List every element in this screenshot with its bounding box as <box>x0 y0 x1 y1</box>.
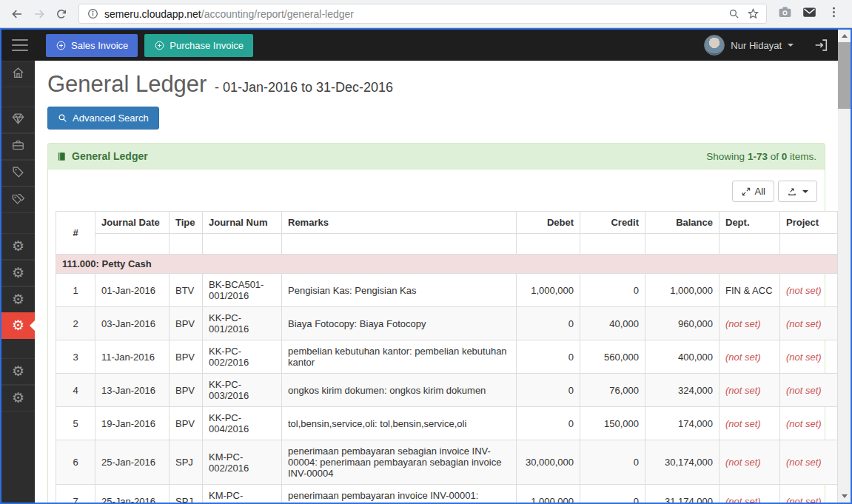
bookmark-star-icon[interactable] <box>745 7 760 21</box>
cell: 19-Jan-2016 <box>95 407 170 440</box>
page-info-icon[interactable] <box>85 7 100 21</box>
back-icon[interactable] <box>7 4 27 24</box>
refresh-icon[interactable] <box>52 4 71 24</box>
tag-icon <box>11 165 25 182</box>
filter-cell[interactable] <box>203 234 282 255</box>
purchase-invoice-button[interactable]: Purchase Invoice <box>144 34 253 57</box>
scroll-up-icon[interactable] <box>838 30 851 42</box>
cell: 2 <box>56 307 95 340</box>
column-header-journal-num[interactable]: Journal Num <box>203 212 282 234</box>
cell: KK-PC-003/2016 <box>203 374 282 407</box>
column-header-journal-date[interactable]: Journal Date <box>95 212 170 234</box>
table-row: 311-Jan-2016BPVKK-PC-002/2016pembelian k… <box>56 340 838 374</box>
logout-icon[interactable] <box>813 37 829 53</box>
table-row: 203-Jan-2016BPVKK-PC-001/2016Biaya Fotoc… <box>56 307 838 340</box>
cell: 1 <box>56 274 95 307</box>
app-window: Sales Invoice Purchase Invoice Nur Hiday… <box>0 28 852 504</box>
cell: penerimaan pembayaran sebagian invoice I… <box>282 440 517 485</box>
menu-dots-icon[interactable] <box>826 4 842 23</box>
page-title: General Ledger <box>47 71 207 97</box>
cell: SPJ <box>170 485 203 503</box>
chevron-down-icon <box>802 190 808 193</box>
url-text: semeru.cloudapp.net/accounting/report/ge… <box>104 8 722 20</box>
scroll-down-icon[interactable] <box>838 490 851 503</box>
zoom-icon[interactable] <box>726 7 741 21</box>
purchase-invoice-label: Purchase Invoice <box>170 40 244 51</box>
column-header-credit[interactable]: Credit <box>580 212 645 234</box>
column-header-project[interactable]: Project <box>780 212 838 234</box>
vertical-scrollbar[interactable] <box>838 30 851 503</box>
camera-icon[interactable] <box>777 4 793 23</box>
gear-icon: ⚙ <box>12 266 24 280</box>
column-header-[interactable]: # <box>56 212 95 255</box>
sidebar-item-4-tag[interactable] <box>1 160 35 187</box>
url-bar[interactable]: semeru.cloudapp.net/accounting/report/ge… <box>78 4 767 24</box>
cell: 25-Jan-2016 <box>95 485 170 503</box>
sidebar-item-5-tags[interactable] <box>1 187 35 213</box>
export-dropdown-button[interactable] <box>778 181 817 202</box>
gear-icon: ⚙ <box>12 318 24 333</box>
column-header-debet[interactable]: Debet <box>517 212 580 234</box>
filter-cell[interactable] <box>780 234 838 255</box>
general-ledger-panel: General Ledger Showing 1-73 of 0 items. <box>47 143 825 503</box>
advanced-search-label: Advanced Search <box>73 112 149 124</box>
panel-body: All #Journal DateTipeJournal NumRemarksD… <box>48 169 825 503</box>
cell: ongkos kirim dokumen: ongkos kirim dokum… <box>282 374 517 407</box>
table-body: 111.000: Petty Cash101-Jan-2016BTVBK-BCA… <box>56 255 838 503</box>
filter-cell[interactable] <box>282 234 517 255</box>
sidebar-item-7-gear[interactable]: ⚙ <box>1 260 35 286</box>
cell: (not set) <box>780 440 838 485</box>
cell: 13-Jan-2016 <box>95 374 170 407</box>
cell: tol,bensin,service,oli: tol,bensin,servi… <box>282 407 517 440</box>
sidebar-item-1-home[interactable] <box>1 61 35 87</box>
cell: (not set) <box>719 307 780 340</box>
cell: BPV <box>170 374 203 407</box>
column-header-remarks[interactable]: Remarks <box>282 212 517 234</box>
scrollbar-thumb[interactable] <box>838 42 851 109</box>
sidebar-item-2-gem[interactable] <box>1 107 35 133</box>
table-row: 413-Jan-2016BPVKK-PC-003/2016ongkos kiri… <box>56 374 838 407</box>
filter-cell[interactable] <box>517 234 580 255</box>
expand-all-button[interactable]: All <box>732 181 774 202</box>
all-label: All <box>755 186 765 197</box>
hamburger-menu-icon[interactable] <box>10 38 30 53</box>
column-header-dept[interactable]: Dept. <box>719 212 780 234</box>
filter-cell[interactable] <box>170 234 203 255</box>
forward-icon[interactable] <box>30 4 49 24</box>
cell: 400,000 <box>645 340 719 374</box>
cell: 01-Jan-2016 <box>95 274 170 307</box>
cell: BPV <box>170 307 203 340</box>
table-row: 519-Jan-2016BPVKK-PC-004/2016tol,bensin,… <box>56 407 838 440</box>
sidebar-item-10-gear[interactable]: ⚙ <box>1 358 35 385</box>
column-header-balance[interactable]: Balance <box>645 212 719 234</box>
cell: 30,000,000 <box>517 440 580 485</box>
cell: (not set) <box>719 485 780 503</box>
filter-cell[interactable] <box>95 234 170 255</box>
sales-invoice-button[interactable]: Sales Invoice <box>46 34 138 57</box>
sidebar-item-9-gear[interactable]: ⚙ <box>1 312 35 339</box>
sidebar-item-11-gear[interactable]: ⚙ <box>1 385 35 411</box>
cell: 560,000 <box>580 340 645 374</box>
filter-cell[interactable] <box>719 234 780 255</box>
advanced-search-button[interactable]: Advanced Search <box>47 107 159 130</box>
mail-icon[interactable] <box>802 4 817 23</box>
cell: BPV <box>170 407 203 440</box>
cell: (not set) <box>780 340 838 374</box>
filter-cell[interactable] <box>645 234 719 255</box>
sidebar-item-3-briefcase[interactable] <box>1 133 35 160</box>
browser-toolbar: semeru.cloudapp.net/accounting/report/ge… <box>0 0 852 28</box>
ledger-table: #Journal DateTipeJournal NumRemarksDebet… <box>56 211 838 503</box>
column-header-tipe[interactable]: Tipe <box>170 212 203 234</box>
items-summary: Showing 1-73 of 0 items. <box>706 151 816 162</box>
sidebar-item-6-gear[interactable]: ⚙ <box>1 233 35 260</box>
gem-icon <box>11 112 25 129</box>
cell: 0 <box>517 340 580 374</box>
cell: (not set) <box>719 407 780 440</box>
user-menu[interactable]: Nur Hidayat <box>704 35 794 56</box>
table-head: #Journal DateTipeJournal NumRemarksDebet… <box>56 212 838 255</box>
filter-cell[interactable] <box>580 234 645 255</box>
sidebar-item-8-gear[interactable]: ⚙ <box>1 286 35 313</box>
briefcase-icon <box>11 138 25 155</box>
main-content: General Ledger - 01-Jan-2016 to 31-Dec-2… <box>35 61 838 503</box>
cell: (not set) <box>780 274 838 307</box>
